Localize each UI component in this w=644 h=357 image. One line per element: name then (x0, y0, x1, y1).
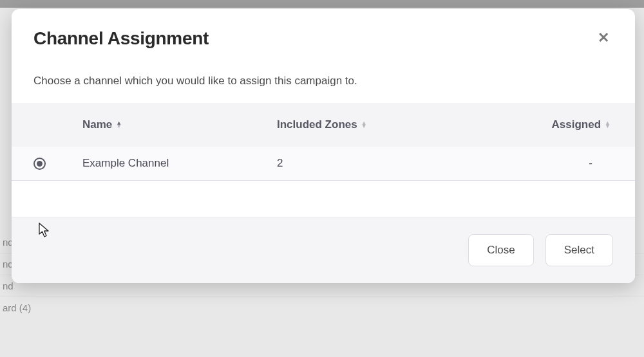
channel-assignment-modal: Channel Assignment ✕ Choose a channel wh… (12, 9, 635, 283)
close-icon[interactable]: ✕ (594, 28, 613, 48)
column-header-included-zones-label: Included Zones (277, 118, 357, 131)
table-row[interactable]: Example Channel 2 - (12, 147, 635, 181)
modal-body-spacer (12, 181, 635, 217)
sort-icon: ▲▼ (605, 122, 611, 128)
select-button[interactable]: Select (545, 234, 613, 266)
modal-title: Channel Assignment (33, 28, 209, 49)
column-header-included-zones[interactable]: Included Zones ▲▼ (277, 118, 471, 131)
close-button[interactable]: Close (468, 234, 533, 266)
radio-cell (24, 158, 82, 170)
column-header-assigned-label: Assigned (552, 118, 601, 131)
modal-header: Channel Assignment ✕ (12, 9, 635, 55)
cell-included-zones: 2 (277, 157, 471, 170)
column-header-name[interactable]: Name ▲▼ (82, 118, 277, 131)
sort-icon: ▲▼ (116, 122, 122, 128)
bg-fragment: ard (4) (0, 297, 644, 318)
column-header-assigned[interactable]: Assigned ▲▼ (471, 118, 613, 131)
table-header-row: Name ▲▼ Included Zones ▲▼ Assigned ▲▼ (12, 103, 635, 147)
modal-footer: Close Select (12, 217, 635, 283)
modal-subtitle: Choose a channel which you would like to… (12, 55, 635, 103)
column-header-name-label: Name (82, 118, 112, 131)
radio-select[interactable] (33, 158, 46, 170)
top-shadow-bar (0, 0, 644, 8)
cell-name: Example Channel (82, 157, 277, 170)
sort-icon: ▲▼ (361, 122, 367, 128)
cell-assigned: - (471, 157, 613, 170)
